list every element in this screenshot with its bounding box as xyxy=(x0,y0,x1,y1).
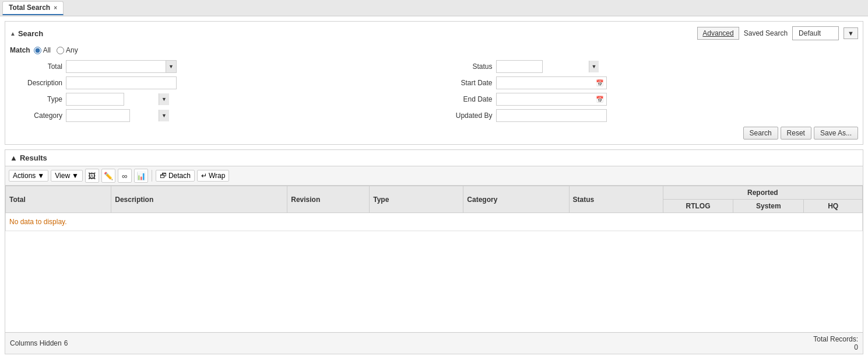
search-title: ▲ Search xyxy=(10,29,43,38)
total-input[interactable] xyxy=(66,61,166,72)
col-header-type[interactable]: Type xyxy=(370,186,463,213)
columns-hidden-value: 6 xyxy=(64,339,68,347)
actions-button[interactable]: Actions ▼ xyxy=(9,170,48,182)
wrap-icon: ↵ xyxy=(201,172,207,180)
results-section: ▲ Results Actions ▼ View ▼ 🖼 ✏️ ∞ 📊 xyxy=(5,149,863,354)
wrap-button[interactable]: ↵ Wrap xyxy=(197,170,229,182)
col-header-category[interactable]: Category xyxy=(463,186,569,213)
match-any-radio[interactable] xyxy=(57,47,64,54)
table-footer: Columns Hidden 6 Total Records: 0 xyxy=(5,332,863,354)
col-header-revision[interactable]: Revision xyxy=(287,186,370,213)
end-date-label: End Date xyxy=(440,95,493,103)
end-date-calendar-icon[interactable]: 📅 xyxy=(593,95,606,104)
match-any-label: Any xyxy=(66,46,78,54)
edit-icon: ✏️ xyxy=(104,172,113,180)
results-toolbar: Actions ▼ View ▼ 🖼 ✏️ ∞ 📊 🗗 Detach xyxy=(5,166,863,186)
results-table-container: Total Description Revision Type Category… xyxy=(5,186,863,332)
col-header-reported[interactable]: Reported xyxy=(663,186,862,200)
col-header-total[interactable]: Total xyxy=(6,186,111,213)
tab-close-icon[interactable]: × xyxy=(54,5,57,11)
results-table: Total Description Revision Type Category… xyxy=(5,186,863,231)
results-collapse-arrow[interactable]: ▲ xyxy=(10,154,17,162)
end-date-input[interactable] xyxy=(497,94,593,104)
advanced-button[interactable]: Advanced xyxy=(697,27,739,40)
link-icon-btn[interactable]: ∞ xyxy=(118,169,132,183)
total-records-label: Total Records: xyxy=(813,335,858,343)
search-form: Total ▼ Description Type ▼ xyxy=(10,60,858,122)
type-input[interactable] xyxy=(66,93,159,105)
updated-by-field-row: Updated By xyxy=(440,109,859,122)
detach-label: Detach xyxy=(168,172,191,180)
updated-by-input[interactable] xyxy=(496,109,607,122)
category-input[interactable] xyxy=(66,110,159,121)
type-dropdown-arrow[interactable]: ▼ xyxy=(159,93,169,105)
search-button[interactable]: Search xyxy=(743,127,778,140)
match-any-option[interactable]: Any xyxy=(57,46,78,54)
total-search-tab[interactable]: Total Search × xyxy=(2,1,64,15)
search-collapse-arrow[interactable]: ▲ xyxy=(10,30,16,37)
description-field-row: Description xyxy=(10,76,428,89)
match-radio-group: All Any xyxy=(34,46,78,54)
actions-arrow-icon: ▼ xyxy=(37,172,44,180)
col-header-rtlog[interactable]: RTLOG xyxy=(663,200,733,213)
export-icon-btn[interactable]: 📊 xyxy=(134,169,148,183)
search-header-right: Advanced Saved Search Default ▼ xyxy=(697,26,858,40)
category-select[interactable]: ▼ xyxy=(66,109,130,122)
total-select[interactable]: ▼ xyxy=(66,60,177,73)
saved-search-label: Saved Search xyxy=(744,29,788,37)
match-all-radio[interactable] xyxy=(34,47,41,54)
reset-button[interactable]: Reset xyxy=(781,127,811,140)
toolbar-separator xyxy=(152,170,152,182)
description-input[interactable] xyxy=(66,76,177,89)
description-label: Description xyxy=(10,79,62,87)
start-date-label: Start Date xyxy=(440,79,493,87)
total-field-row: Total ▼ xyxy=(10,60,428,73)
match-label: Match xyxy=(10,46,30,54)
updated-by-label: Updated By xyxy=(440,111,493,120)
total-dropdown-arrow[interactable]: ▼ xyxy=(166,61,176,72)
saved-search-dropdown-btn[interactable]: ▼ xyxy=(844,27,858,39)
add-icon-btn[interactable]: 🖼 xyxy=(85,169,99,183)
status-dropdown-arrow[interactable]: ▼ xyxy=(589,61,599,72)
type-field-row: Type ▼ xyxy=(10,93,428,106)
actions-label: Actions xyxy=(13,172,36,180)
saved-search-input: Default xyxy=(792,26,839,40)
detach-icon: 🗗 xyxy=(160,172,167,180)
type-select[interactable]: ▼ xyxy=(66,93,124,106)
end-date-input-wrapper: 📅 xyxy=(496,93,607,106)
col-header-description[interactable]: Description xyxy=(111,186,287,213)
tab-bar: Total Search × xyxy=(0,0,868,16)
search-action-buttons: Search Reset Save As... xyxy=(10,127,858,140)
tab-label: Total Search xyxy=(9,4,50,12)
status-label: Status xyxy=(440,62,493,71)
search-header: ▲ Search Advanced Saved Search Default ▼ xyxy=(10,26,858,40)
total-records-value: 0 xyxy=(813,343,858,351)
match-all-label: All xyxy=(43,46,51,54)
search-section: ▲ Search Advanced Saved Search Default ▼… xyxy=(5,21,863,145)
match-all-option[interactable]: All xyxy=(34,46,51,54)
save-as-button[interactable]: Save As... xyxy=(814,127,858,140)
total-label: Total xyxy=(10,62,62,71)
view-label: View xyxy=(55,172,70,180)
edit-icon-btn[interactable]: ✏️ xyxy=(101,169,115,183)
start-date-input[interactable] xyxy=(497,78,593,88)
category-dropdown-arrow[interactable]: ▼ xyxy=(159,110,169,121)
status-select[interactable]: ▼ xyxy=(496,60,543,73)
view-button[interactable]: View ▼ xyxy=(51,170,83,182)
col-header-hq[interactable]: HQ xyxy=(804,200,863,213)
wrap-label: Wrap xyxy=(209,172,225,180)
status-input[interactable] xyxy=(497,61,589,72)
add-icon: 🖼 xyxy=(88,172,96,180)
detach-button[interactable]: 🗗 Detach xyxy=(156,170,195,182)
end-date-field-row: End Date 📅 xyxy=(440,93,859,106)
link-icon: ∞ xyxy=(122,172,127,180)
results-title: Results xyxy=(20,154,47,162)
columns-hidden-label: Columns Hidden xyxy=(10,339,62,347)
col-header-system[interactable]: System xyxy=(733,200,804,213)
start-date-calendar-icon[interactable]: 📅 xyxy=(593,78,606,88)
form-right: Status ▼ Start Date 📅 End Date xyxy=(440,60,859,122)
col-header-status[interactable]: Status xyxy=(569,186,663,213)
columns-hidden-info: Columns Hidden 6 xyxy=(10,339,68,347)
export-icon: 📊 xyxy=(136,172,146,180)
start-date-field-row: Start Date 📅 xyxy=(440,76,859,89)
